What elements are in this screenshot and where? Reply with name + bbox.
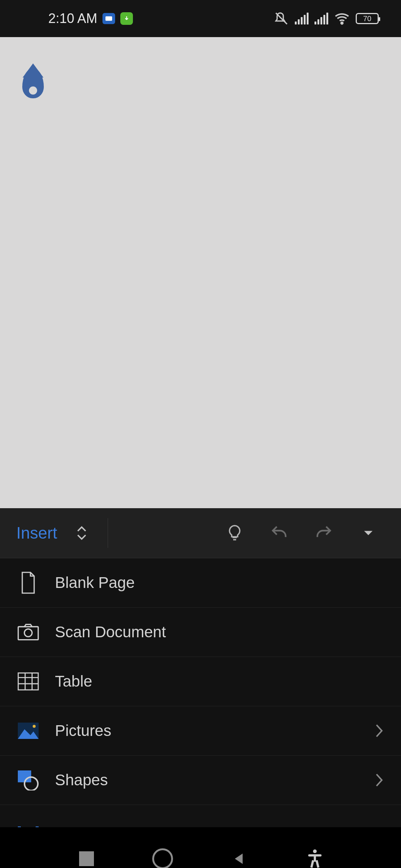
nav-back-button[interactable] — [222, 842, 255, 868]
redo-button[interactable] — [301, 508, 346, 558]
svg-point-12 — [33, 725, 36, 728]
wifi-icon — [334, 11, 350, 26]
shapes-icon — [16, 768, 40, 792]
triangle-left-icon — [231, 851, 247, 867]
chevron-down-icon — [362, 527, 375, 539]
insert-shapes[interactable]: Shapes — [0, 756, 401, 805]
nav-home-button[interactable] — [146, 842, 179, 868]
status-right: 70 — [274, 11, 379, 26]
undo-button[interactable] — [257, 508, 301, 558]
battery-pct: 70 — [363, 14, 371, 23]
insert-item-partial[interactable] — [0, 805, 401, 827]
camera-icon — [16, 620, 40, 644]
battery-icon: 70 — [356, 13, 379, 24]
chevron-right-icon — [374, 723, 385, 739]
insert-table[interactable]: Table — [0, 657, 401, 706]
undo-icon — [270, 523, 289, 543]
tell-me-button[interactable] — [212, 508, 257, 558]
svg-rect-23 — [315, 860, 319, 868]
insert-blank-page[interactable]: Blank Page — [0, 558, 401, 608]
download-notification-icon — [120, 12, 133, 25]
insert-item-label: Pictures — [55, 722, 374, 740]
insert-scan-document[interactable]: Scan Document — [0, 608, 401, 657]
table-icon — [16, 670, 40, 693]
picture-icon — [16, 719, 40, 743]
ribbon-tab-label[interactable]: Insert — [16, 524, 57, 542]
square-icon — [79, 851, 94, 866]
system-nav-bar — [0, 827, 401, 868]
chevron-right-icon — [374, 772, 385, 788]
svg-point-19 — [313, 849, 317, 853]
redo-icon — [314, 523, 333, 543]
insert-menu: Blank Page Scan Document Table Pictures … — [0, 558, 401, 827]
svg-marker-2 — [364, 531, 373, 535]
nav-accessibility-button[interactable] — [298, 842, 332, 868]
nav-recents-button[interactable] — [70, 842, 103, 868]
cursor-handle-icon[interactable] — [22, 69, 44, 98]
svg-point-4 — [25, 629, 32, 637]
svg-rect-17 — [36, 826, 39, 827]
collapse-ribbon-button[interactable] — [346, 508, 391, 558]
ribbon-header: Insert — [0, 508, 401, 558]
svg-marker-18 — [235, 854, 242, 864]
status-bar: 2:10 AM 70 — [0, 0, 401, 37]
textbox-icon — [16, 818, 40, 827]
svg-rect-13 — [18, 770, 31, 782]
svg-rect-5 — [18, 673, 38, 690]
message-notification-icon — [102, 13, 115, 24]
signal-sim2-icon — [314, 13, 328, 24]
svg-rect-16 — [18, 826, 21, 827]
signal-sim1-icon — [295, 13, 309, 24]
insert-item-label: Table — [55, 673, 385, 690]
insert-item-label: Scan Document — [55, 623, 385, 641]
lightbulb-icon — [226, 524, 244, 542]
clock: 2:10 AM — [48, 11, 97, 26]
page-icon — [16, 571, 40, 595]
status-left: 2:10 AM — [48, 11, 133, 26]
insert-pictures[interactable]: Pictures — [0, 706, 401, 756]
svg-point-1 — [341, 22, 343, 24]
insert-item-label: Shapes — [55, 771, 374, 789]
circle-icon — [152, 848, 173, 868]
document-canvas[interactable] — [0, 37, 401, 508]
svg-rect-22 — [310, 860, 314, 868]
ribbon-switch-button[interactable] — [75, 518, 108, 548]
accessibility-icon — [306, 849, 324, 868]
mute-icon — [274, 11, 289, 26]
insert-item-label: Blank Page — [55, 574, 385, 592]
